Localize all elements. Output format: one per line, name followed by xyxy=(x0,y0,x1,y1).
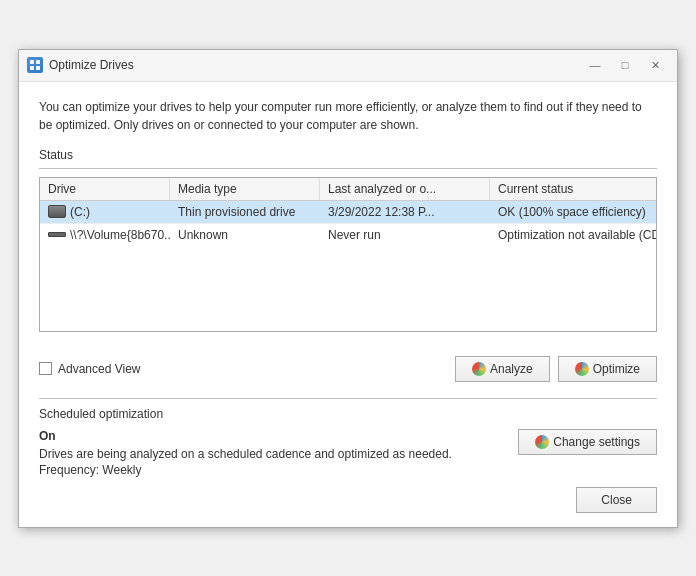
status-label: Status xyxy=(39,148,657,162)
col-drive: Drive xyxy=(40,178,170,200)
optimize-drives-window: Optimize Drives — □ ✕ You can optimize y… xyxy=(18,49,678,528)
maximize-button[interactable]: □ xyxy=(611,53,639,77)
col-current-status: Current status xyxy=(490,178,656,200)
advanced-view-checkbox-label[interactable]: Advanced View xyxy=(39,362,141,376)
drives-table-body: (C:) Thin provisioned drive 3/29/2022 12… xyxy=(40,201,656,331)
drive-status-c: OK (100% space efficiency) xyxy=(490,201,656,223)
drives-table: Drive Media type Last analyzed or o... C… xyxy=(39,177,657,332)
scheduled-status: On xyxy=(39,429,452,443)
drive-name-c: (C:) xyxy=(40,201,170,223)
analyze-button[interactable]: Analyze xyxy=(455,356,550,382)
advanced-row: Advanced View Analyze Optimize xyxy=(39,356,657,382)
close-button[interactable]: Close xyxy=(576,487,657,513)
footer: Close xyxy=(19,477,677,527)
drive-last-analyzed-vol: Never run xyxy=(320,224,490,246)
scheduled-separator xyxy=(39,398,657,399)
drive-name-vol: \\?\Volume{8b670... xyxy=(40,224,170,246)
optimize-icon xyxy=(575,362,589,376)
drive-media-type-c: Thin provisioned drive xyxy=(170,201,320,223)
scheduled-section: Scheduled optimization On Drives are bei… xyxy=(19,398,677,477)
drive-last-analyzed-c: 3/29/2022 12:38 P... xyxy=(320,201,490,223)
table-row[interactable]: (C:) Thin provisioned drive 3/29/2022 12… xyxy=(40,201,656,224)
bottom-controls: Advanced View Analyze Optimize xyxy=(19,346,677,388)
change-settings-icon xyxy=(535,435,549,449)
window-icon xyxy=(27,57,43,73)
title-bar: Optimize Drives — □ ✕ xyxy=(19,50,677,82)
svg-rect-0 xyxy=(30,60,34,64)
advanced-view-checkbox[interactable] xyxy=(39,362,52,375)
scheduled-description: Drives are being analyzed on a scheduled… xyxy=(39,447,452,461)
advanced-view-label: Advanced View xyxy=(58,362,141,376)
window-title: Optimize Drives xyxy=(49,58,581,72)
change-settings-button[interactable]: Change settings xyxy=(518,429,657,455)
scheduled-optimization-label: Scheduled optimization xyxy=(39,407,657,421)
minimize-button[interactable]: — xyxy=(581,53,609,77)
col-media-type: Media type xyxy=(170,178,320,200)
title-bar-controls: — □ ✕ xyxy=(581,53,669,77)
drive-media-type-vol: Unknown xyxy=(170,224,320,246)
table-row[interactable]: \\?\Volume{8b670... Unknown Never run Op… xyxy=(40,224,656,246)
description-text: You can optimize your drives to help you… xyxy=(39,98,657,134)
drives-table-header: Drive Media type Last analyzed or o... C… xyxy=(40,178,656,201)
svg-rect-3 xyxy=(36,66,40,70)
scheduled-info: On Drives are being analyzed on a schedu… xyxy=(39,429,452,477)
analyze-icon xyxy=(472,362,486,376)
col-last-analyzed: Last analyzed or o... xyxy=(320,178,490,200)
svg-rect-1 xyxy=(36,60,40,64)
scheduled-frequency: Frequency: Weekly xyxy=(39,463,452,477)
scheduled-row: On Drives are being analyzed on a schedu… xyxy=(39,429,657,477)
svg-rect-2 xyxy=(30,66,34,70)
status-separator xyxy=(39,168,657,169)
close-window-button[interactable]: ✕ xyxy=(641,53,669,77)
main-content: You can optimize your drives to help you… xyxy=(19,82,677,346)
drive-status-vol: Optimization not available (CD-ROM vol..… xyxy=(490,224,656,246)
action-buttons: Analyze Optimize xyxy=(455,356,657,382)
optimize-button[interactable]: Optimize xyxy=(558,356,657,382)
